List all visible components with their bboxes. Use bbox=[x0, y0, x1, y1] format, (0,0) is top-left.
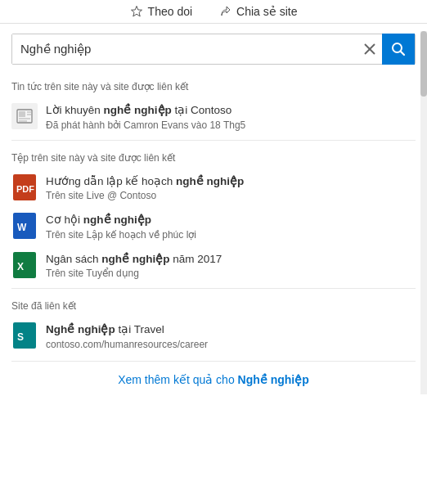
search-bar bbox=[11, 34, 416, 65]
result-title: Lời khuyên nghề nghiệp tại Contoso bbox=[46, 103, 416, 118]
result-title: Ngân sách nghề nghiệp năm 2017 bbox=[46, 252, 416, 267]
result-subtitle: Đã phát hành bởi Camron Evans vào 18 Thg… bbox=[46, 119, 416, 131]
svg-line-4 bbox=[401, 52, 405, 56]
title-before: Cơ hội bbox=[46, 214, 83, 226]
result-subtitle: contoso.com/humanresources/career bbox=[46, 339, 416, 350]
result-subtitle: Trên site Lập kế hoạch về phúc lợi bbox=[46, 229, 416, 241]
result-subtitle: Trên site Live @ Contoso bbox=[46, 190, 416, 201]
scrollbar-thumb[interactable] bbox=[420, 31, 427, 97]
list-item[interactable]: Lời khuyên nghề nghiệp tại Contoso Đã ph… bbox=[11, 97, 416, 137]
title-after: năm 2017 bbox=[170, 253, 222, 265]
excel-icon: X bbox=[11, 252, 38, 278]
title-before: Hướng dẫn lập kế hoạch bbox=[46, 175, 176, 187]
svg-rect-6 bbox=[19, 111, 25, 117]
list-item[interactable]: S Nghề nghiệp tại Travel contoso.com/hum… bbox=[11, 317, 416, 356]
section-header-news: Tin tức trên site này và site được liên … bbox=[11, 73, 416, 97]
search-results: Tin tức trên site này và site được liên … bbox=[0, 73, 427, 394]
section-divider bbox=[11, 288, 416, 289]
svg-text:S: S bbox=[17, 331, 24, 343]
bottom-link-bold: Nghề nghiệp bbox=[238, 373, 309, 386]
title-bold: nghề nghiệp bbox=[176, 175, 244, 187]
follow-label: Theo doi bbox=[148, 5, 192, 18]
bottom-link-before: Xem thêm kết quả cho bbox=[118, 373, 237, 386]
see-more-link[interactable]: Xem thêm kết quả cho Nghề nghiệp bbox=[11, 361, 416, 394]
svg-text:X: X bbox=[17, 261, 24, 272]
star-icon bbox=[130, 5, 143, 18]
title-bold: Nghề nghiệp bbox=[46, 323, 115, 335]
svg-text:W: W bbox=[17, 222, 27, 233]
top-bar: Theo doi Chia sẻ site bbox=[0, 0, 427, 24]
title-after: tại Travel bbox=[115, 323, 164, 335]
search-button[interactable] bbox=[382, 34, 415, 65]
search-icon bbox=[391, 42, 406, 56]
result-title: Hướng dẫn lập kế hoạch nghề nghiệp bbox=[46, 174, 416, 189]
result-subtitle: Trên site Tuyển dụng bbox=[46, 268, 416, 279]
sharepoint-icon: S bbox=[11, 322, 38, 349]
svg-text:PDF: PDF bbox=[16, 184, 34, 194]
share-label: Chia sẻ site bbox=[236, 5, 297, 18]
section-divider bbox=[11, 140, 416, 141]
result-text: Lời khuyên nghề nghiệp tại Contoso Đã ph… bbox=[46, 103, 416, 131]
search-input[interactable] bbox=[12, 34, 357, 64]
word-icon: W bbox=[11, 213, 38, 239]
result-title: Cơ hội nghề nghiệp bbox=[46, 213, 416, 227]
pdf-icon: PDF bbox=[11, 174, 38, 200]
follow-button[interactable]: Theo doi bbox=[130, 5, 192, 18]
scrollbar-track[interactable] bbox=[420, 31, 427, 394]
title-before: Ngân sách bbox=[46, 253, 101, 265]
title-bold: nghề nghiệp bbox=[83, 214, 151, 226]
list-item[interactable]: W Cơ hội nghề nghiệp Trên site Lập kế ho… bbox=[11, 207, 416, 246]
title-before: Lời khuyên bbox=[46, 104, 104, 116]
result-text: Hướng dẫn lập kế hoạch nghề nghiệp Trên … bbox=[46, 174, 416, 202]
result-text: Ngân sách nghề nghiệp năm 2017 Trên site… bbox=[46, 252, 416, 280]
svg-marker-0 bbox=[131, 7, 142, 17]
list-item[interactable]: X Ngân sách nghề nghiệp năm 2017 Trên si… bbox=[11, 246, 416, 286]
result-text: Cơ hội nghề nghiệp Trên site Lập kế hoạc… bbox=[46, 213, 416, 241]
close-icon bbox=[364, 43, 375, 55]
section-header-files: Tệp trên site này và site được liên kết bbox=[11, 144, 416, 169]
title-bold: nghề nghiệp bbox=[104, 104, 172, 116]
search-clear-button[interactable] bbox=[357, 43, 382, 55]
result-text: Nghề nghiệp tại Travel contoso.com/human… bbox=[46, 322, 416, 350]
list-item[interactable]: PDF Hướng dẫn lập kế hoạch nghề nghiệp T… bbox=[11, 169, 416, 208]
news-icon bbox=[11, 103, 38, 129]
share-icon bbox=[218, 5, 231, 18]
section-header-sites: Site đã liên kết bbox=[11, 292, 416, 317]
result-title: Nghề nghiệp tại Travel bbox=[46, 322, 416, 337]
share-button[interactable]: Chia sẻ site bbox=[218, 5, 297, 18]
title-after: tại Contoso bbox=[172, 104, 232, 116]
title-bold: nghề nghiệp bbox=[101, 253, 169, 265]
